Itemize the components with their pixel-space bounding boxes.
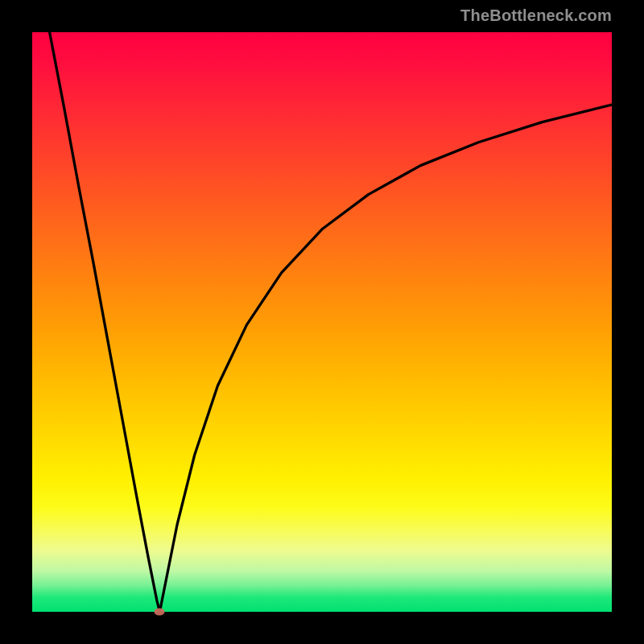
curve-minimum-marker [155,609,165,616]
chart-frame: TheBottleneck.com [0,0,644,644]
plot-area [32,32,612,612]
chart-curve [32,32,612,612]
watermark: TheBottleneck.com [460,6,612,25]
